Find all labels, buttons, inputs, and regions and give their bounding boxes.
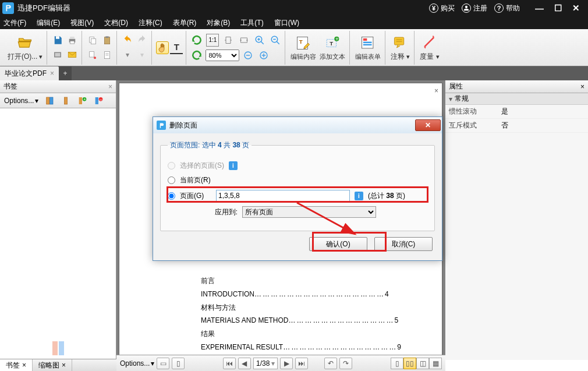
status-options[interactable]: Options... ▾ [120,359,154,368]
thumb-size-up[interactable]: ▯ [172,358,185,369]
doc-line: 前言 [201,274,215,288]
print-button[interactable] [66,34,79,47]
help-link[interactable]: ? 帮助 [494,3,520,13]
redo-button[interactable] [136,34,148,47]
prev-page-button[interactable]: ◀ [238,358,251,369]
paste-button[interactable] [101,34,114,47]
close-tab-icon[interactable]: × [50,69,54,77]
fit-width-button[interactable] [238,34,250,47]
document-tab[interactable]: 毕业论文PDF × [0,66,59,80]
tab-bookmarks[interactable]: 书签 × [0,359,33,371]
svg-rect-54 [59,341,64,355]
zoom-out-button[interactable] [242,49,254,62]
save-button[interactable] [51,34,64,47]
zoom-in-button[interactable] [257,49,270,62]
single-page-view[interactable]: ▯ [391,358,403,369]
info-icon[interactable]: i [229,161,238,170]
svg-rect-45 [50,97,53,104]
copy-button[interactable] [86,34,99,47]
collapse-bookmarks-icon[interactable] [59,94,72,107]
apply-to-select[interactable]: 所有页面 [242,206,376,218]
first-page-button[interactable]: ⏮ [223,358,236,369]
radio-current-page[interactable] [168,176,175,184]
bookmarks-close-icon[interactable]: × [108,83,112,91]
fit-page-button[interactable] [222,34,235,47]
cancel-button[interactable]: 取消(C) [374,237,433,251]
add-bookmark-icon[interactable]: + [76,94,88,107]
last-page-button[interactable]: ⏭ [295,358,308,369]
add-tab-button[interactable]: + [59,66,72,80]
measure-button[interactable]: 度量 ▾ [418,34,441,62]
properties-section-label: 常规 [455,94,469,104]
close-button[interactable]: ✕ [572,3,580,13]
properties-close-icon[interactable]: × [580,83,585,91]
email-button[interactable] [66,48,79,61]
prop-value[interactable]: 是 [498,105,588,118]
buy-link[interactable]: ¥ 购买 [429,3,455,13]
buy-label: 购买 [441,3,455,13]
dialog-close-button[interactable]: ✕ [415,119,441,131]
properties-section[interactable]: ▾ 常规 [445,93,588,105]
close-icon[interactable]: × [22,361,26,369]
menu-tool[interactable]: 工具(T) [240,18,263,28]
redo-dropdown[interactable]: ▾ [136,48,148,61]
undo-dropdown[interactable]: ▾ [121,48,134,61]
doc-page-num: 4 [385,288,389,301]
zoom-select[interactable]: 80% [206,50,239,61]
rotate-cw-button[interactable] [190,49,203,62]
svg-rect-47 [79,97,82,104]
menu-comment[interactable]: 注释(C) [139,18,162,28]
svg-rect-53 [52,341,58,355]
actual-size-button[interactable]: 1:1 [206,34,219,47]
add-text-button[interactable]: T+ 添加文本 [318,34,347,61]
minimize-button[interactable]: — [535,3,544,13]
undo-button[interactable] [121,34,134,47]
expand-bookmarks-icon[interactable] [43,94,56,107]
next-page-button[interactable]: ▶ [280,358,293,369]
close-icon[interactable]: × [62,361,66,369]
facing-view[interactable]: ◫ [416,358,429,369]
edit-form-button[interactable]: 编辑表单 [353,34,382,61]
page-indicator[interactable]: 1 / 38 ▾ [253,358,278,369]
rotate-ccw-button[interactable] [190,34,203,47]
bookmarks-options-button[interactable]: Options...▾ [2,96,40,105]
viewport-close-icon[interactable]: × [434,87,438,95]
info-icon[interactable]: i [355,192,363,200]
zoom-out-icon[interactable] [269,34,282,47]
tab-thumbnails[interactable]: 缩略图 × [33,359,72,371]
menu-form[interactable]: 表单(R) [173,18,197,28]
open-button[interactable]: 打开(O)... ▾ [6,34,44,62]
nav-back-button[interactable]: ↶ [324,358,337,369]
opt-selected-pages-label: 选择的页面(S) [180,161,224,171]
maximize-button[interactable]: ☐ [554,3,562,13]
zoom-in-icon[interactable] [253,34,266,47]
thumb-size-down[interactable]: ▭ [157,358,169,369]
cut-button[interactable] [86,48,99,61]
annotate-button[interactable]: 注释 ▾ [389,34,412,62]
register-link[interactable]: 注册 [462,3,487,13]
menu-document[interactable]: 文档(D) [104,18,128,28]
menu-window[interactable]: 窗口(W) [274,18,299,28]
scan-button[interactable] [51,48,64,61]
hand-tool-button[interactable] [156,41,169,54]
nav-forward-button[interactable]: ↷ [339,358,352,369]
edit-content-button[interactable]: T 编辑内容 [289,34,318,61]
menu-view[interactable]: 视图(V) [70,18,94,28]
prop-value[interactable]: 否 [498,119,588,132]
ok-button[interactable]: 确认(O) [309,237,367,251]
open-label: 打开(O)... [8,52,37,61]
continuous-view[interactable]: ▯▯ [403,358,416,369]
menu-edit[interactable]: 编辑(E) [37,18,60,28]
pages-input[interactable] [216,190,350,202]
text-select-tool[interactable]: T [170,41,183,54]
menu-file[interactable]: 文件(F) [3,18,26,28]
svg-rect-17 [241,38,247,43]
bookmarks-title: 书签 [3,82,17,91]
delete-bookmark-icon[interactable]: – [92,94,105,107]
continuous-facing-view[interactable]: ▦ [429,358,442,369]
radio-pages[interactable] [168,192,175,200]
menu-object[interactable]: 对象(B) [207,18,230,28]
apply-to-label: 应用到: [206,207,238,217]
clipboard-list-button[interactable] [101,48,114,61]
doc-dots: …………………………………… [283,341,397,354]
